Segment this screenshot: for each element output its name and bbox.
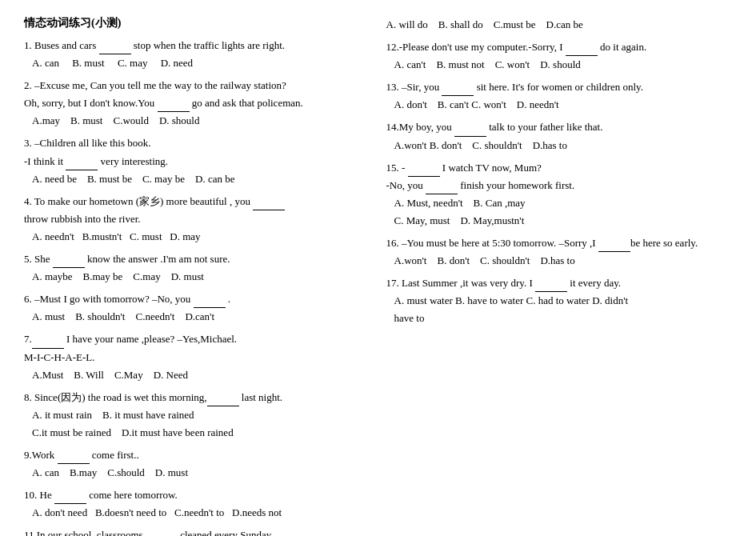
page-container: 情态动词练习(小测) 1. Buses and cars stop when t… — [24, 16, 732, 536]
question-5: 5. She know the answer .I'm am not sure.… — [24, 250, 370, 286]
question-7: 7. I have your name ,please? –Yes,Michae… — [24, 330, 370, 383]
question-16: 16. –You must be here at 5:30 tomorrow. … — [386, 234, 733, 270]
question-4: 4. To make our hometown (家乡) more beauti… — [24, 193, 370, 246]
right-column: A. will do B. shall do C.must be D.can b… — [386, 16, 733, 536]
question-11: 11.In our school ,classrooms cleaned eve… — [24, 526, 370, 536]
question-14: 14.My boy, you talk to your father like … — [386, 118, 733, 154]
question-3: 3. –Children all like this book. -I thin… — [24, 134, 370, 187]
question-12: 12.-Please don't use my computer.-Sorry,… — [386, 38, 733, 74]
question-13: 13. –Sir, you sit here. It's for women o… — [386, 78, 733, 114]
question-17: 17. Last Summer ,it was very dry. I it e… — [386, 274, 733, 327]
page-title: 情态动词练习(小测) — [24, 16, 370, 30]
question-10: 10. He come here tomorrow. A. don't need… — [24, 486, 370, 522]
question-6: 6. –Must I go with tomorrow? –No, you . … — [24, 290, 370, 326]
question-9: 9.Work come first.. A. can B.may C.shoul… — [24, 446, 370, 482]
question-15: 15. - I watch TV now, Mum? -No, you fini… — [386, 159, 733, 230]
pre-question: A. will do B. shall do C.must be D.can b… — [386, 16, 733, 34]
question-2: 2. –Excuse me, Can you tell me the way t… — [24, 77, 370, 130]
left-column: 情态动词练习(小测) 1. Buses and cars stop when t… — [24, 16, 370, 536]
question-1: 1. Buses and cars stop when the traffic … — [24, 37, 370, 72]
question-8: 8. Since(因为) the road is wet this mornin… — [24, 389, 370, 442]
